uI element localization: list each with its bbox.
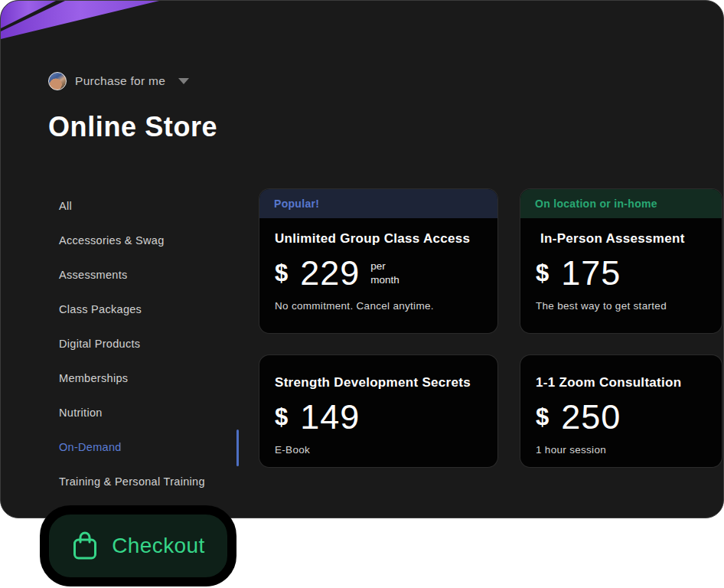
price-period-line2: month xyxy=(370,274,400,286)
sidebar-item-memberships[interactable]: Memberships xyxy=(59,361,235,395)
shopping-bag-icon xyxy=(71,531,99,561)
purchase-for-selector[interactable]: Purchase for me xyxy=(48,72,189,90)
product-price: $ 229 per month xyxy=(275,253,482,293)
checkout-button[interactable]: Checkout xyxy=(40,505,236,586)
price-period-line1: per xyxy=(370,260,386,272)
purple-corner-decoration xyxy=(1,1,169,47)
sidebar-item-nutrition[interactable]: Nutrition xyxy=(59,396,235,430)
sidebar-item-accessories-swag[interactable]: Accessories & Swag xyxy=(59,223,235,257)
product-price: $ 250 xyxy=(536,397,706,437)
online-store-panel: Purchase for me Online Store All Accesso… xyxy=(0,0,724,518)
price-value: 149 xyxy=(300,397,360,437)
chevron-down-icon[interactable] xyxy=(178,78,189,84)
price-value: 229 xyxy=(300,253,360,293)
product-title: 1-1 Zoom Consultation xyxy=(536,375,706,390)
active-category-indicator xyxy=(236,430,239,466)
currency-symbol: $ xyxy=(275,403,288,431)
sidebar-item-assessments[interactable]: Assessments xyxy=(59,257,235,292)
product-title: Strength Development Secrets xyxy=(275,375,482,390)
currency-symbol: $ xyxy=(275,260,288,287)
sidebar-item-class-packages[interactable]: Class Packages xyxy=(59,292,235,326)
product-card-in-person-assessment[interactable]: On location or in-home In-Person Assessm… xyxy=(520,188,722,334)
product-card-1-1-zoom-consultation[interactable]: 1-1 Zoom Consultation $ 250 1 hour sessi… xyxy=(520,354,722,468)
checkout-label: Checkout xyxy=(112,534,205,558)
product-price: $ 149 xyxy=(275,397,482,437)
currency-symbol: $ xyxy=(536,403,549,431)
category-sidebar: All Accessories & Swag Assessments Class… xyxy=(59,188,235,499)
product-title: In-Person Assessment xyxy=(536,231,706,247)
sidebar-item-on-demand[interactable]: On-Demand xyxy=(59,430,235,465)
sidebar-item-training-personal-training[interactable]: Training & Personal Training xyxy=(59,465,235,499)
popular-badge: Popular! xyxy=(259,189,497,218)
price-value: 250 xyxy=(561,397,621,437)
currency-symbol: $ xyxy=(536,260,549,287)
price-period: per month xyxy=(370,260,400,286)
price-value: 175 xyxy=(561,253,621,293)
purchase-for-label: Purchase for me xyxy=(75,74,165,88)
location-badge: On location or in-home xyxy=(520,189,722,218)
product-title: Unlimited Group Class Access xyxy=(275,231,482,247)
product-grid: Popular! Unlimited Group Class Access $ … xyxy=(259,188,722,468)
page-title: Online Store xyxy=(48,111,217,143)
product-subtext: 1 hour session xyxy=(536,444,706,456)
product-card-strength-development-secrets[interactable]: Strength Development Secrets $ 149 E-Boo… xyxy=(259,354,498,468)
product-price: $ 175 xyxy=(536,253,706,293)
sidebar-item-digital-products[interactable]: Digital Products xyxy=(59,326,235,361)
product-subtext: E-Book xyxy=(275,444,482,456)
sidebar-item-all[interactable]: All xyxy=(59,188,235,223)
avatar xyxy=(48,72,67,90)
product-subtext: The best way to get started xyxy=(536,300,706,312)
product-card-unlimited-group-class-access[interactable]: Popular! Unlimited Group Class Access $ … xyxy=(259,188,498,334)
product-subtext: No commitment. Cancel anytime. xyxy=(275,300,482,312)
